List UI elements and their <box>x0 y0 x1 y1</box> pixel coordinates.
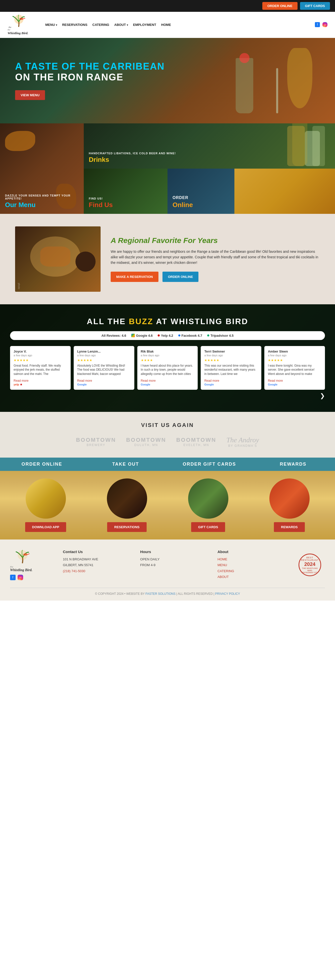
logo[interactable]: the the Whistling Bird. <box>8 14 38 35</box>
review-stars-1: ★★★★★ <box>77 358 131 362</box>
reviewer-time-0: a few days ago <box>14 354 67 357</box>
footer-facebook-icon[interactable]: f <box>10 575 16 580</box>
partner-boomtown-brewery-name: BOOMTOWN <box>76 437 116 443</box>
footer-about-about[interactable]: ABOUT <box>217 574 287 580</box>
partner-boomtown-eveleth-sub: EVELETH, MN <box>183 443 209 447</box>
buzz-title-pre: ALL THE <box>87 317 129 326</box>
footer-contact: Contact Us 101 N BROADWAY AVE GILBERT, M… <box>63 550 132 580</box>
regional-section: photo A Regional Favorite For Years We a… <box>0 214 335 304</box>
svg-point-1 <box>19 18 23 20</box>
review-readmore-2[interactable]: Read more <box>141 379 156 382</box>
review-readmore-4[interactable]: Read more <box>268 379 283 382</box>
review-text-3: This was our second time visiting this w… <box>204 364 258 376</box>
hero-title-1: A TASTE OF THE CARRIBEAN <box>15 61 165 72</box>
partner-androy[interactable]: The Androy BY GRANDMA'S <box>227 436 259 447</box>
nav-reservations[interactable]: RESERVATIONS <box>62 23 87 27</box>
instagram-icon[interactable]: ▱ <box>322 22 327 27</box>
svg-point-4 <box>18 550 27 560</box>
review-card-0: Joyce V. a few days ago ★★★★★ Great food… <box>10 346 71 390</box>
feature-drinks[interactable]: HANDCRAFTED LIBATIONS, ICE COLD BEER AND… <box>84 123 335 169</box>
partner-logos: BOOMTOWN BREWERY BOOMTOWN DULUTH, MN BOO… <box>10 436 325 447</box>
footer-address: 101 N BROADWAY AVE <box>63 556 132 562</box>
reviews-next-arrow[interactable]: ❯ <box>320 392 325 399</box>
feature-grid: DAZZLE YOUR SENSES AND TEMPT YOUR APPETI… <box>0 123 335 214</box>
nav-employment[interactable]: EMPLOYMENT <box>133 23 156 27</box>
footer-about-menu[interactable]: MENU <box>217 562 287 568</box>
buzz-highlight: BUZZ <box>129 317 153 326</box>
review-stars-0: ★★★★★ <box>14 358 67 362</box>
partner-boomtown-brewery[interactable]: BOOMTOWN BREWERY <box>76 437 116 447</box>
footer-grid: the Whistling Bird. f ▱ Contact Us 101 N… <box>10 550 325 580</box>
feature-drinks-title: Drinks <box>89 156 330 164</box>
order-header-giftcards: ORDER GIFT CARDS <box>168 458 251 471</box>
nav-catering[interactable]: CATERING <box>92 23 109 27</box>
main-nav: the the Whistling Bird. MENU ▾ RESERVATI… <box>0 12 335 38</box>
order-img-rewards <box>270 479 309 519</box>
facebook-icon[interactable]: f <box>315 22 320 27</box>
nav-about[interactable]: ABOUT ▾ <box>114 23 128 27</box>
order-online-button[interactable]: ORDER ONLINE <box>163 272 199 282</box>
order-img-takeout <box>107 479 147 519</box>
feature-findus-title: Find Us <box>89 201 163 209</box>
footer-about-catering[interactable]: CATERING <box>217 568 287 574</box>
top-order-button[interactable]: ORDER ONLINE <box>262 2 298 10</box>
reviewer-time-2: a few days ago <box>141 354 195 357</box>
review-readmore-1[interactable]: Read more <box>77 379 92 382</box>
top-gift-button[interactable]: GIFT CARDS <box>300 2 330 10</box>
order-section: ORDER ONLINE TAKE OUT ORDER GIFT CARDS R… <box>0 458 335 539</box>
feature-menu[interactable]: DAZZLE YOUR SENSES AND TEMPT YOUR APPETI… <box>0 123 84 214</box>
logo-name: Whistling Bird. <box>8 31 28 35</box>
partner-boomtown-duluth-sub: DULUTH, MN <box>134 443 158 447</box>
nav-social: f ▱ <box>315 22 327 27</box>
order-col-rewards: REWARDS <box>251 479 327 532</box>
reservations-button[interactable]: RESERVATIONS <box>107 522 147 532</box>
partner-boomtown-duluth[interactable]: BOOMTOWN DULUTH, MN <box>126 437 166 447</box>
partner-boomtown-eveleth-name: BOOMTOWN <box>176 437 216 443</box>
about-chevron: ▾ <box>127 24 128 26</box>
reviews-bar: All Reviews: 4.6 Google 4.6 Yelp 4.2 Fac… <box>10 331 325 340</box>
review-readmore-0[interactable]: Read more <box>14 379 29 382</box>
nav-contact[interactable]: HOME <box>161 23 171 27</box>
order-img-online <box>26 479 66 519</box>
review-text-4: I was there tonight. Gina was my server.… <box>268 364 321 376</box>
footer-privacy-policy[interactable]: PRIVACY POLICY <box>215 592 240 595</box>
footer-logo[interactable]: the Whistling Bird. f ▱ <box>10 550 55 580</box>
footer-rights: | ALL RIGHTS RESERVED | <box>176 592 215 595</box>
footer-contact-title: Contact Us <box>63 550 132 554</box>
feature-order[interactable]: ORDER Online <box>168 169 335 214</box>
footer-instagram-icon[interactable]: ▱ <box>18 575 23 580</box>
regional-image: photo <box>15 226 100 292</box>
reviewer-name-3: Terri Swinner <box>204 350 258 353</box>
feature-findus[interactable]: FIND US! Find Us <box>84 169 168 214</box>
footer-about-title: About <box>217 550 287 554</box>
gift-cards-button[interactable]: GIFT CARDS <box>191 522 225 532</box>
tripadvisor-rating: Tripadvisor 4.5 <box>207 334 234 337</box>
order-header-rewards: REWARDS <box>251 458 335 471</box>
review-card-1: Lynne Lenzm... a few days ago ★★★★★ Abso… <box>74 346 134 390</box>
feature-order-content: ORDER Online <box>168 169 335 214</box>
reviewer-time-3: a few days ago <box>204 354 258 357</box>
download-app-button[interactable]: DOWNLOAD APP <box>25 522 66 532</box>
tripadvisor-rating-label: Tripadvisor 4.5 <box>211 334 234 337</box>
view-menu-button[interactable]: VIEW MENU <box>15 90 45 100</box>
review-text-2: I have heard about this place for years.… <box>141 364 195 376</box>
nav-menu[interactable]: MENU ▾ <box>45 23 57 27</box>
review-readmore-3[interactable]: Read more <box>204 379 219 382</box>
badge-name: THE WHISTLING BIRD <box>301 567 318 572</box>
rewards-button[interactable]: REWARDS <box>274 522 305 532</box>
hero-title-2: ON THE IRON RANGE <box>15 72 165 83</box>
review-card-4: Amber Sleen a few days ago ★★★★★ I was t… <box>264 346 325 390</box>
top-bar: ORDER ONLINE GIFT CARDS <box>0 0 335 12</box>
footer-bottom: © COPYRIGHT 2024 • WEBSITE BY FASTER SOL… <box>10 588 325 595</box>
footer-website-by[interactable]: FASTER SOLUTIONS <box>145 592 175 595</box>
footer-phone[interactable]: (218) 741-5030 <box>63 568 132 574</box>
partner-boomtown-eveleth[interactable]: BOOMTOWN EVELETH, MN <box>176 437 216 447</box>
footer-about-home[interactable]: HOME <box>217 556 287 562</box>
partner-boomtown-brewery-sub: BREWERY <box>87 443 105 447</box>
review-source-3: Google <box>204 383 258 386</box>
svg-text:the: the <box>8 26 11 28</box>
make-reservation-button[interactable]: MAKE A RESERVATION <box>111 272 158 282</box>
google-rating-label: Google 4.6 <box>136 334 153 337</box>
review-stars-2: ★★★★ <box>141 358 195 362</box>
google-rating: Google 4.6 <box>131 334 153 337</box>
